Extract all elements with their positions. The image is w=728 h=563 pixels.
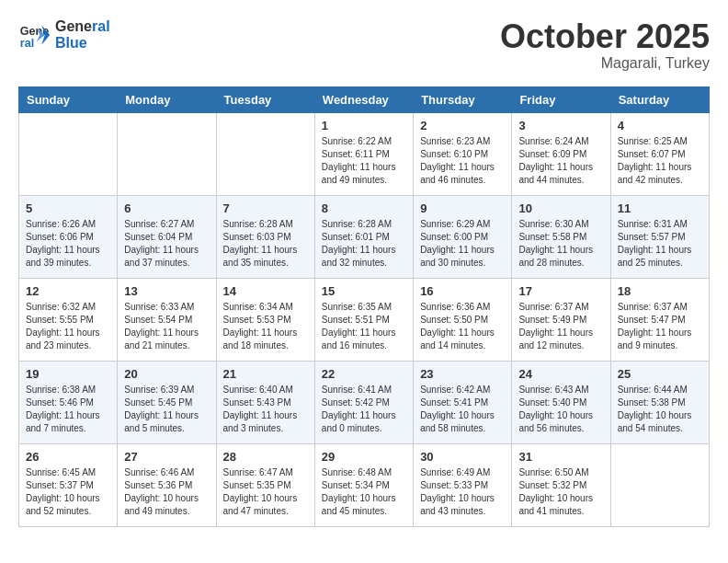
- day-number: 15: [322, 284, 406, 298]
- calendar-week-row: 12Sunrise: 6:32 AM Sunset: 5:55 PM Dayli…: [19, 278, 710, 361]
- day-info: Sunrise: 6:26 AM Sunset: 6:06 PM Dayligh…: [26, 218, 110, 270]
- calendar-cell: 19Sunrise: 6:38 AM Sunset: 5:46 PM Dayli…: [19, 361, 118, 443]
- calendar-cell: 15Sunrise: 6:35 AM Sunset: 5:51 PM Dayli…: [314, 278, 413, 361]
- calendar-cell: 7Sunrise: 6:28 AM Sunset: 6:03 PM Daylig…: [216, 195, 314, 278]
- day-info: Sunrise: 6:31 AM Sunset: 5:57 PM Dayligh…: [618, 218, 702, 270]
- day-info: Sunrise: 6:35 AM Sunset: 5:51 PM Dayligh…: [322, 301, 406, 352]
- weekday-header-wednesday: Wednesday: [314, 86, 413, 112]
- day-number: 16: [420, 284, 505, 298]
- day-info: Sunrise: 6:37 AM Sunset: 5:49 PM Dayligh…: [518, 301, 603, 352]
- calendar-cell: 10Sunrise: 6:30 AM Sunset: 5:58 PM Dayli…: [512, 195, 610, 278]
- calendar-week-row: 1Sunrise: 6:22 AM Sunset: 6:11 PM Daylig…: [19, 112, 710, 195]
- day-info: Sunrise: 6:38 AM Sunset: 5:46 PM Dayligh…: [26, 384, 110, 435]
- day-info: Sunrise: 6:34 AM Sunset: 5:53 PM Dayligh…: [223, 301, 308, 352]
- day-number: 18: [618, 284, 702, 298]
- day-number: 4: [618, 119, 702, 132]
- calendar-cell: 29Sunrise: 6:48 AM Sunset: 5:34 PM Dayli…: [314, 443, 413, 526]
- day-info: Sunrise: 6:43 AM Sunset: 5:40 PM Dayligh…: [518, 384, 603, 435]
- calendar-cell: 9Sunrise: 6:29 AM Sunset: 6:00 PM Daylig…: [414, 195, 512, 278]
- calendar-cell: 28Sunrise: 6:47 AM Sunset: 5:35 PM Dayli…: [216, 443, 314, 526]
- calendar-table: SundayMondayTuesdayWednesdayThursdayFrid…: [18, 86, 710, 527]
- calendar-cell: 31Sunrise: 6:50 AM Sunset: 5:32 PM Dayli…: [512, 443, 610, 526]
- calendar-cell: 13Sunrise: 6:33 AM Sunset: 5:54 PM Dayli…: [118, 278, 216, 361]
- logo: Gene ral General Blue: [18, 18, 110, 52]
- day-info: Sunrise: 6:25 AM Sunset: 6:07 PM Dayligh…: [618, 135, 702, 187]
- day-number: 6: [124, 201, 209, 215]
- day-number: 3: [518, 119, 603, 132]
- location: Magarali, Turkey: [500, 55, 710, 72]
- calendar-cell: 12Sunrise: 6:32 AM Sunset: 5:55 PM Dayli…: [19, 278, 118, 361]
- calendar-week-row: 5Sunrise: 6:26 AM Sunset: 6:06 PM Daylig…: [19, 195, 710, 278]
- weekday-header-friday: Friday: [512, 86, 610, 112]
- calendar-cell: 11Sunrise: 6:31 AM Sunset: 5:57 PM Dayli…: [610, 195, 709, 278]
- day-info: Sunrise: 6:37 AM Sunset: 5:47 PM Dayligh…: [618, 301, 702, 352]
- calendar-cell: [19, 112, 118, 195]
- day-info: Sunrise: 6:36 AM Sunset: 5:50 PM Dayligh…: [420, 301, 505, 352]
- day-number: 13: [124, 284, 209, 298]
- day-info: Sunrise: 6:23 AM Sunset: 6:10 PM Dayligh…: [420, 135, 505, 187]
- day-number: 2: [420, 119, 505, 132]
- weekday-header-sunday: Sunday: [19, 86, 118, 112]
- day-number: 31: [518, 450, 603, 464]
- calendar-week-row: 26Sunrise: 6:45 AM Sunset: 5:37 PM Dayli…: [19, 443, 710, 526]
- day-number: 7: [223, 201, 308, 215]
- logo-text: General Blue: [55, 18, 110, 52]
- calendar-cell: 2Sunrise: 6:23 AM Sunset: 6:10 PM Daylig…: [414, 112, 512, 195]
- calendar-cell: 5Sunrise: 6:26 AM Sunset: 6:06 PM Daylig…: [19, 195, 118, 278]
- day-info: Sunrise: 6:40 AM Sunset: 5:43 PM Dayligh…: [223, 384, 308, 435]
- day-number: 10: [518, 201, 603, 215]
- calendar-cell: 23Sunrise: 6:42 AM Sunset: 5:41 PM Dayli…: [414, 361, 512, 443]
- day-info: Sunrise: 6:42 AM Sunset: 5:41 PM Dayligh…: [420, 384, 505, 435]
- calendar-cell: 3Sunrise: 6:24 AM Sunset: 6:09 PM Daylig…: [512, 112, 610, 195]
- day-info: Sunrise: 6:41 AM Sunset: 5:42 PM Dayligh…: [322, 384, 406, 435]
- day-number: 30: [420, 450, 505, 464]
- calendar-cell: 1Sunrise: 6:22 AM Sunset: 6:11 PM Daylig…: [314, 112, 413, 195]
- svg-text:ral: ral: [20, 37, 34, 50]
- calendar-cell: 4Sunrise: 6:25 AM Sunset: 6:07 PM Daylig…: [610, 112, 709, 195]
- day-info: Sunrise: 6:39 AM Sunset: 5:45 PM Dayligh…: [124, 384, 209, 435]
- day-number: 8: [322, 201, 406, 215]
- day-number: 27: [124, 450, 209, 464]
- weekday-header-tuesday: Tuesday: [216, 86, 314, 112]
- logo-icon: Gene ral: [18, 18, 51, 52]
- day-info: Sunrise: 6:30 AM Sunset: 5:58 PM Dayligh…: [518, 218, 603, 270]
- calendar-cell: 26Sunrise: 6:45 AM Sunset: 5:37 PM Dayli…: [19, 443, 118, 526]
- day-number: 5: [26, 201, 110, 215]
- day-number: 9: [420, 201, 505, 215]
- calendar-cell: 30Sunrise: 6:49 AM Sunset: 5:33 PM Dayli…: [414, 443, 512, 526]
- day-info: Sunrise: 6:27 AM Sunset: 6:04 PM Dayligh…: [124, 218, 209, 270]
- calendar-cell: 25Sunrise: 6:44 AM Sunset: 5:38 PM Dayli…: [610, 361, 709, 443]
- calendar-cell: 16Sunrise: 6:36 AM Sunset: 5:50 PM Dayli…: [414, 278, 512, 361]
- month-title: October 2025: [500, 18, 710, 55]
- day-number: 24: [518, 367, 603, 381]
- day-number: 11: [618, 201, 702, 215]
- day-info: Sunrise: 6:28 AM Sunset: 6:03 PM Dayligh…: [223, 218, 308, 270]
- day-number: 25: [618, 367, 702, 381]
- day-number: 21: [223, 367, 308, 381]
- day-number: 20: [124, 367, 209, 381]
- day-info: Sunrise: 6:29 AM Sunset: 6:00 PM Dayligh…: [420, 218, 505, 270]
- calendar-cell: 21Sunrise: 6:40 AM Sunset: 5:43 PM Dayli…: [216, 361, 314, 443]
- day-number: 22: [322, 367, 406, 381]
- day-info: Sunrise: 6:47 AM Sunset: 5:35 PM Dayligh…: [223, 466, 308, 518]
- calendar-cell: [216, 112, 314, 195]
- calendar-cell: 6Sunrise: 6:27 AM Sunset: 6:04 PM Daylig…: [118, 195, 216, 278]
- day-info: Sunrise: 6:48 AM Sunset: 5:34 PM Dayligh…: [322, 466, 406, 518]
- calendar-cell: [610, 443, 709, 526]
- calendar-cell: 24Sunrise: 6:43 AM Sunset: 5:40 PM Dayli…: [512, 361, 610, 443]
- calendar-header-row: SundayMondayTuesdayWednesdayThursdayFrid…: [19, 86, 710, 112]
- day-number: 17: [518, 284, 603, 298]
- day-number: 28: [223, 450, 308, 464]
- day-number: 19: [26, 367, 110, 381]
- calendar-cell: 20Sunrise: 6:39 AM Sunset: 5:45 PM Dayli…: [118, 361, 216, 443]
- day-number: 23: [420, 367, 505, 381]
- weekday-header-monday: Monday: [118, 86, 216, 112]
- day-info: Sunrise: 6:22 AM Sunset: 6:11 PM Dayligh…: [322, 135, 406, 187]
- day-info: Sunrise: 6:24 AM Sunset: 6:09 PM Dayligh…: [518, 135, 603, 187]
- day-info: Sunrise: 6:32 AM Sunset: 5:55 PM Dayligh…: [26, 301, 110, 352]
- weekday-header-thursday: Thursday: [414, 86, 512, 112]
- calendar-cell: 27Sunrise: 6:46 AM Sunset: 5:36 PM Dayli…: [118, 443, 216, 526]
- calendar-cell: 17Sunrise: 6:37 AM Sunset: 5:49 PM Dayli…: [512, 278, 610, 361]
- day-number: 12: [26, 284, 110, 298]
- calendar-cell: 8Sunrise: 6:28 AM Sunset: 6:01 PM Daylig…: [314, 195, 413, 278]
